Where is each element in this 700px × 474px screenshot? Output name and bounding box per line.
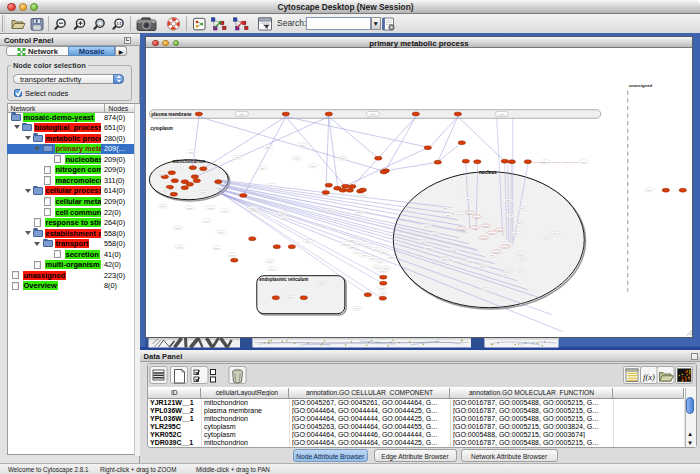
svg-text:label: label (484, 225, 489, 227)
svg-text:label: label (382, 251, 387, 253)
svg-text:endoplasmic reticulum: endoplasmic reticulum (259, 277, 308, 282)
svg-text:label: label (374, 248, 379, 250)
svg-text:label: label (219, 231, 224, 233)
svg-text:label: label (506, 269, 511, 271)
svg-text:label: label (159, 173, 164, 175)
svg-text:label: label (261, 167, 266, 169)
svg-text:label: label (468, 260, 473, 262)
svg-text:label: label (520, 258, 525, 260)
svg-text:label: label (442, 258, 447, 260)
svg-text:label: label (188, 207, 193, 209)
svg-text:label: label (454, 260, 459, 262)
svg-text:label: label (357, 211, 362, 213)
svg-text:label: label (500, 113, 505, 115)
svg-text:label: label (425, 225, 430, 227)
svg-text:label: label (361, 194, 366, 196)
svg-text:label: label (176, 227, 181, 229)
svg-text:label: label (223, 210, 228, 212)
svg-text:label: label (465, 188, 470, 190)
svg-text:label: label (355, 307, 360, 309)
svg-text:label: label (457, 213, 462, 215)
svg-text:label: label (266, 146, 271, 148)
svg-text:label: label (269, 184, 274, 186)
svg-text:label: label (482, 237, 487, 239)
svg-text:label: label (446, 214, 451, 216)
svg-text:label: label (460, 228, 465, 230)
svg-text:label: label (311, 165, 316, 167)
svg-text:label: label (443, 208, 448, 210)
svg-text:label: label (379, 260, 384, 262)
svg-text:1:1: 1:1 (116, 22, 121, 26)
svg-text:label: label (366, 245, 371, 247)
svg-text:label: label (475, 216, 480, 218)
svg-text:label: label (189, 151, 194, 153)
svg-text:label: label (320, 282, 325, 284)
svg-text:label: label (375, 266, 380, 268)
svg-text:label: label (490, 254, 495, 256)
svg-text:label: label (295, 157, 300, 159)
svg-text:label: label (215, 247, 220, 249)
svg-text:label: label (328, 209, 333, 211)
svg-text:label: label (473, 227, 478, 229)
svg-text:label: label (161, 205, 166, 207)
svg-text:label: label (235, 156, 240, 158)
svg-text:label: label (506, 199, 511, 201)
svg-text:label: label (306, 240, 311, 242)
svg-text:label: label (300, 144, 305, 146)
svg-text:label: label (355, 251, 360, 253)
svg-text:cytoplasm: cytoplasm (150, 127, 173, 132)
svg-text:label: label (509, 215, 514, 217)
svg-text:label: label (468, 212, 473, 214)
svg-text:label: label (427, 247, 432, 249)
svg-text:label: label (282, 217, 287, 219)
svg-text:GO:0005215, GO:0005216 (transp: GO:0005215, GO:0005216 (transporter act.… (533, 161, 580, 164)
svg-text:plasma membrane: plasma membrane (151, 112, 192, 117)
svg-text:label: label (553, 232, 558, 234)
svg-text:label: label (371, 113, 376, 115)
svg-text:label: label (490, 232, 495, 234)
svg-text:f(x): f(x) (643, 372, 655, 382)
svg-text:label: label (288, 296, 293, 298)
svg-text:label: label (519, 253, 524, 255)
svg-text:label: label (380, 287, 385, 289)
svg-text:label: label (371, 257, 376, 259)
svg-text:label: label (514, 232, 519, 234)
svg-text:label: label (177, 246, 182, 248)
svg-text:label: label (363, 254, 368, 256)
svg-text:label: label (268, 260, 273, 262)
svg-text:label: label (389, 256, 394, 258)
svg-text:nucleus: nucleus (479, 171, 497, 176)
svg-text:label: label (270, 268, 275, 270)
svg-text:label: label (177, 165, 182, 167)
svg-text:label: label (384, 267, 389, 269)
svg-text:label: label (545, 236, 550, 238)
svg-text:label: label (343, 243, 348, 245)
svg-text:mitochondrion: mitochondrion (173, 160, 206, 165)
svg-text:label: label (350, 246, 355, 248)
svg-text:label: label (381, 292, 386, 294)
svg-text:label: label (358, 242, 363, 244)
svg-text:label: label (503, 246, 508, 248)
svg-text:label: label (240, 113, 245, 115)
svg-text:label: label (281, 212, 286, 214)
svg-text:label: label (519, 269, 524, 271)
svg-text:label: label (340, 157, 345, 159)
svg-text:label: label (520, 208, 525, 210)
svg-text:label: label (230, 254, 235, 256)
svg-text:label: label (466, 198, 471, 200)
svg-text:label: label (250, 207, 255, 209)
svg-text:label: label (201, 191, 206, 193)
svg-text:label: label (205, 220, 210, 222)
svg-text:label: label (480, 265, 485, 267)
svg-text:label: label (350, 239, 355, 241)
svg-text:label: label (582, 161, 587, 163)
svg-text:label: label (421, 241, 426, 243)
svg-text:label: label (162, 189, 167, 191)
svg-text:label: label (647, 189, 652, 191)
svg-text:label: label (503, 274, 508, 276)
svg-text:label: label (517, 223, 522, 225)
svg-text:label: label (495, 251, 500, 253)
svg-text:label: label (452, 249, 457, 251)
svg-text:label: label (433, 233, 438, 235)
svg-text:label: label (484, 289, 489, 291)
